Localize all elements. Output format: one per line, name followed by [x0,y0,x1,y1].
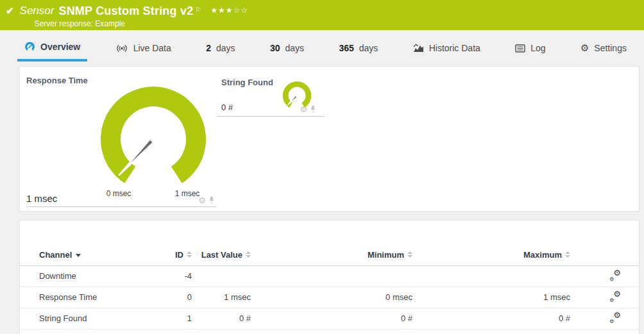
status-ok-check-icon: ✔ [6,4,14,17]
sensor-header: ✔ Sensor SNMP Custom String v2 ⚐ ★★★☆☆ S… [0,0,644,30]
tab-label: days [285,43,304,53]
object-kind-label: Sensor [20,4,55,18]
channel-minimum [251,265,412,287]
channel-last-value: 0 # [192,308,251,329]
tab-2-days[interactable]: 2 days [199,38,242,62]
sort-icon [187,251,192,258]
response-time-gauge-widget: Response Time 0 msec 1 msec 1 msec ⚙ [26,73,216,207]
settings-gear-icon: ⚙ [580,44,589,53]
channel-minimum: 0 msec [251,287,412,308]
gauge-icon [24,42,35,53]
tab-label: Log [530,43,545,53]
gauge-title: Response Time [26,76,88,85]
tab-label: Live Data [133,43,171,53]
channel-name: Downtime [20,265,148,287]
channel-id: -4 [148,265,192,287]
channels-panel: Channel ID Last Value Minimum Maximum Do… [19,220,640,334]
gauge-scale-min: 0 msec [99,189,138,198]
log-list-icon [515,44,525,53]
channel-id: 0 [148,287,192,308]
table-row: Downtime -4 ⚙⚙ [20,265,639,287]
column-header-id[interactable]: ID [148,244,192,265]
tab-30-days[interactable]: 30 days [263,38,311,62]
tab-historic-data[interactable]: Historic Data [406,38,487,62]
sensor-status-message: Server response: Example [35,19,248,28]
channel-actions: ⚙⚙ [570,265,639,287]
channel-actions: ⚙⚙ [570,287,639,308]
gauge-title: String Found [221,78,273,87]
channel-maximum: 1 msec [412,287,570,308]
string-found-gauge-widget: String Found 0 # ⚙ [217,73,325,117]
channel-last-value [192,265,251,287]
pin-icon[interactable] [208,196,215,205]
sensor-titles: Sensor SNMP Custom String v2 ⚐ ★★★☆☆ Ser… [20,4,248,28]
tab-label: Historic Data [429,43,480,53]
channel-settings-gears-icon[interactable]: ⚙⚙ [609,312,621,322]
channel-settings-gears-icon[interactable]: ⚙⚙ [609,291,621,301]
sort-desc-icon [76,254,81,257]
area-chart-icon [413,44,424,53]
tab-label: days [216,43,235,53]
channel-maximum: 0 # [412,308,570,329]
pin-icon[interactable] [310,105,316,113]
channel-last-value: 1 msec [192,287,251,308]
channel-name: Response Time [20,287,148,308]
table-row: String Found 1 0 # 0 # 0 # ⚙⚙ [20,308,639,329]
column-header-minimum[interactable]: Minimum [251,244,412,265]
column-header-channel[interactable]: Channel [20,244,148,265]
table-row: Response Time 0 1 msec 0 msec 1 msec ⚙⚙ [20,287,639,308]
tab-label: Settings [594,43,627,53]
tab-live-data[interactable]: Live Data [108,38,178,62]
table-header-row: Channel ID Last Value Minimum Maximum [20,244,639,265]
sensor-title: SNMP Custom String v2 [58,4,193,18]
tab-label: Overview [40,42,80,52]
tab-number: 365 [339,43,353,53]
tab-number: 30 [270,43,280,53]
column-header-actions [570,244,639,265]
live-data-broadcast-icon [115,44,128,53]
gauges-panel: Response Time 0 msec 1 msec 1 msec ⚙ Str… [19,66,640,212]
tab-overview[interactable]: Overview [17,38,87,62]
channel-name: String Found [20,308,148,329]
channel-minimum: 0 # [251,308,412,329]
column-header-last-value[interactable]: Last Value [192,244,251,265]
sort-icon [246,251,251,258]
tab-label: days [359,43,378,53]
sort-icon [407,251,412,258]
response-time-gauge [99,85,208,194]
priority-flag-icon[interactable]: ⚐ [195,3,201,17]
prtg-sensor-page: ✔ Sensor SNMP Custom String v2 ⚐ ★★★☆☆ S… [0,0,644,334]
tab-settings[interactable]: ⚙ Settings [573,38,634,62]
channel-actions: ⚙⚙ [570,308,639,329]
star-empty-icons[interactable]: ☆☆ [233,6,249,15]
tab-log[interactable]: Log [508,38,552,62]
channels-table: Channel ID Last Value Minimum Maximum Do… [20,244,639,330]
channel-settings-gears-icon[interactable]: ⚙⚙ [609,270,621,280]
tab-bar: Overview Live Data 2 days 30 days 365 da… [0,30,644,66]
channel-maximum [412,265,570,287]
priority-stars[interactable]: ★★★☆☆ [210,3,248,17]
channel-id: 1 [148,308,192,329]
gauge-current-value: 1 msec [26,193,57,204]
gauge-settings-gear-icon[interactable]: ⚙ [198,197,206,205]
star-filled-icons[interactable]: ★★★ [210,6,233,15]
sort-icon [565,251,570,258]
tab-number: 2 [206,43,211,53]
column-header-maximum[interactable]: Maximum [412,244,570,265]
gauge-current-value: 0 # [221,103,233,112]
tab-365-days[interactable]: 365 days [332,38,385,62]
gauge-settings-gear-icon[interactable]: ⚙ [300,106,307,113]
